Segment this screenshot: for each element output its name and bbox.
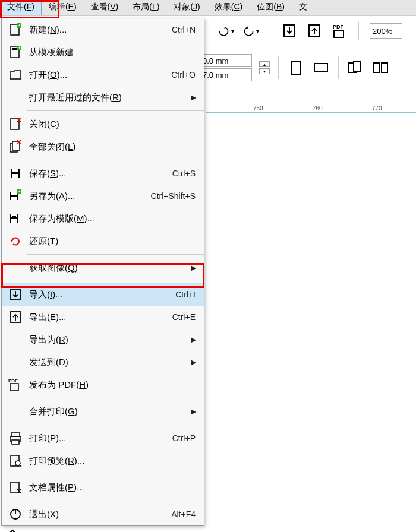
menu-item-label: 还原(T)	[26, 236, 198, 247]
redo-button[interactable]: ▾	[242, 23, 259, 39]
import-icon	[5, 286, 26, 303]
menu-item[interactable]: 打印预览(R)...	[2, 449, 204, 472]
menu-item[interactable]: 文档属性(P)...	[2, 476, 204, 499]
menu-item[interactable]: +新建(N)...Ctrl+N	[2, 18, 204, 41]
svg-rect-37	[11, 433, 20, 436]
revert-icon	[5, 233, 26, 249]
menu-item-label: 导出为(R)	[26, 334, 191, 346]
close-icon	[5, 116, 26, 132]
menu-item[interactable]: 打印(P)...Ctrl+P	[2, 427, 204, 449]
menu-item-label: 关闭(C)	[26, 119, 198, 130]
pdf-button[interactable]: PDF	[331, 23, 348, 39]
svg-rect-3	[334, 30, 343, 37]
ruler-tick: 760	[313, 105, 323, 112]
menu-text[interactable]: 文	[292, 0, 314, 15]
properties-bar: ▴ ▾	[200, 53, 390, 82]
menu-item-label: 发送到(D)	[26, 357, 191, 368]
menu-file[interactable]: 文件(F)	[0, 0, 42, 15]
menu-item-label: 导出(E)...	[26, 312, 172, 323]
menu-item-label: 保存(S)...	[26, 168, 172, 179]
svg-rect-31	[12, 216, 16, 217]
svg-rect-7	[354, 62, 361, 71]
menu-view[interactable]: 查看(V)	[84, 0, 126, 15]
zoom-input[interactable]	[370, 23, 402, 39]
toolbar: ▾ ▾ PDF	[206, 19, 402, 43]
menu-separator	[27, 254, 204, 255]
menu-item[interactable]: PDF发布为 PDF(H)	[2, 373, 204, 396]
menu-item[interactable]: 关闭(C)	[2, 113, 204, 135]
menu-item[interactable]: 导入(I)...Ctrl+I	[2, 283, 204, 306]
menu-item-label: 打开(O)...	[26, 69, 171, 81]
blank-icon	[5, 403, 26, 420]
open-folder-icon	[5, 66, 26, 83]
facing-pages-button[interactable]	[372, 59, 390, 77]
blank-icon	[5, 259, 26, 276]
menu-item[interactable]: +从模板新建	[2, 41, 204, 64]
menu-edit[interactable]: 编辑(E)	[42, 0, 84, 15]
blank-icon	[5, 354, 26, 370]
close-all-icon	[5, 138, 26, 155]
svg-text:PDF: PDF	[333, 24, 344, 30]
menu-item-label: 新建(N)...	[26, 24, 172, 36]
menu-separator	[27, 281, 204, 281]
menu-shortcut: Ctrl+Shift+S	[151, 191, 198, 201]
new-template-icon: +	[5, 44, 26, 61]
landscape-button[interactable]	[312, 59, 330, 77]
submenu-arrow-icon: ▶	[191, 93, 198, 102]
menu-item-label: 发布为 PDF(H)	[26, 379, 198, 391]
menu-item[interactable]: 全部关闭(L)	[2, 135, 204, 158]
import-button[interactable]	[281, 23, 298, 39]
export-button[interactable]	[306, 23, 323, 39]
menu-object[interactable]: 对象(J)	[166, 0, 207, 15]
svg-rect-23	[12, 174, 18, 178]
menu-item[interactable]: 导出(E)...Ctrl+E	[2, 306, 204, 328]
portrait-button[interactable]	[287, 59, 305, 77]
properties-separator	[338, 56, 339, 79]
submenu-arrow-icon: ▶	[191, 358, 198, 366]
ruler: 750 760 770	[206, 104, 416, 122]
menu-item[interactable]: 获取图像(Q)▶	[2, 256, 204, 279]
svg-text:+: +	[18, 23, 21, 28]
svg-rect-25	[11, 192, 17, 195]
menu-effect[interactable]: 效果(C)	[207, 0, 250, 15]
menu-item-label: 全部关闭(L)	[26, 141, 198, 153]
undo-button[interactable]: ▾	[218, 23, 234, 39]
menu-item[interactable]: 退出(X)Alt+F4	[2, 503, 204, 525]
svg-text:+: +	[18, 189, 21, 194]
pages-button[interactable]	[347, 59, 365, 77]
menu-item[interactable]: 还原(T)	[2, 230, 204, 252]
menu-separator	[27, 474, 204, 474]
menu-item[interactable]: 打开(O)...Ctrl+O	[2, 64, 204, 86]
doc-props-icon	[5, 479, 26, 496]
spinner-up[interactable]: ▴	[259, 61, 270, 67]
menu-item[interactable]: 发送到(D)▶	[2, 351, 204, 373]
exit-icon	[5, 506, 26, 522]
file-dropdown: +新建(N)...Ctrl+N+从模板新建打开(O)...Ctrl+O打开最近用…	[1, 18, 204, 526]
spinner-down[interactable]: ▾	[259, 68, 270, 74]
menu-item-label: 另存为(A)...	[26, 191, 151, 202]
svg-rect-39	[12, 440, 19, 444]
menu-layout[interactable]: 布局(L)	[125, 0, 166, 15]
menu-bitmap[interactable]: 位图(B)	[250, 0, 292, 15]
menu-item[interactable]: 合并打印(G)▶	[2, 400, 204, 423]
submenu-arrow-icon: ▶	[191, 335, 198, 344]
menu-item[interactable]: 保存为模版(M)...	[2, 207, 204, 230]
menu-item-label: 导入(I)...	[26, 289, 175, 300]
height-input[interactable]	[200, 68, 252, 81]
menu-separator	[27, 110, 204, 111]
menu-shortcut: Ctrl+E	[172, 312, 198, 322]
save-template-icon	[5, 210, 26, 227]
svg-text:+: +	[18, 46, 21, 50]
menu-item[interactable]: 保存(S)...Ctrl+S	[2, 162, 204, 185]
menu-item-label: 打印预览(R)...	[26, 455, 198, 467]
properties-separator	[278, 56, 279, 79]
menu-shortcut: Ctrl+S	[172, 169, 198, 178]
menu-item[interactable]: +另存为(A)...Ctrl+Shift+S	[2, 185, 204, 207]
menubar: 文件(F) 编辑(E) 查看(V) 布局(L) 对象(J) 效果(C) 位图(B…	[0, 0, 416, 16]
svg-rect-36	[10, 384, 18, 391]
menu-item[interactable]: 导出为(R)▶	[2, 328, 204, 351]
toolbar-separator	[270, 22, 270, 40]
menu-item-label: 合并打印(G)	[26, 406, 191, 417]
width-input[interactable]	[200, 54, 252, 67]
menu-item[interactable]: 打开最近用过的文件(R)▶	[2, 86, 204, 109]
